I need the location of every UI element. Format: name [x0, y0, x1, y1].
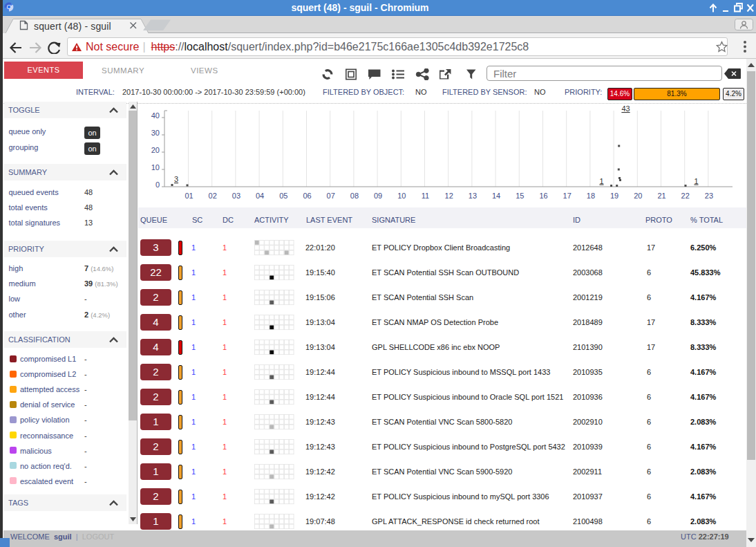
svg-text:06: 06 [303, 192, 311, 200]
svg-text:17: 17 [563, 192, 571, 200]
svg-text:18: 18 [587, 192, 595, 200]
svg-text:03: 03 [232, 192, 240, 200]
svg-text:1: 1 [599, 177, 603, 185]
svg-text:0: 0 [155, 180, 160, 189]
svg-text:10: 10 [397, 192, 406, 200]
svg-text:14: 14 [492, 192, 500, 200]
svg-text:04: 04 [256, 192, 264, 200]
svg-text:08: 08 [350, 192, 359, 200]
svg-text:11: 11 [422, 192, 429, 200]
svg-text:43: 43 [621, 104, 630, 113]
svg-text:3: 3 [174, 175, 178, 183]
svg-text:20: 20 [634, 192, 642, 200]
svg-text:02: 02 [209, 192, 217, 200]
svg-text:07: 07 [327, 192, 335, 200]
svg-text:16: 16 [539, 192, 547, 200]
svg-text:10: 10 [151, 163, 160, 171]
svg-text:23: 23 [705, 192, 713, 200]
svg-text:05: 05 [279, 192, 287, 200]
svg-text:19: 19 [610, 192, 618, 200]
svg-text:13: 13 [469, 192, 477, 200]
svg-text:12: 12 [445, 192, 453, 200]
svg-text:30: 30 [151, 129, 160, 137]
svg-text:01: 01 [185, 192, 193, 200]
svg-text:09: 09 [374, 192, 382, 200]
svg-text:15: 15 [516, 192, 524, 200]
svg-text:21: 21 [657, 192, 665, 200]
svg-text:1: 1 [694, 177, 698, 185]
svg-text:22: 22 [681, 192, 690, 200]
svg-text:20: 20 [151, 146, 160, 154]
svg-text:40: 40 [151, 111, 160, 120]
